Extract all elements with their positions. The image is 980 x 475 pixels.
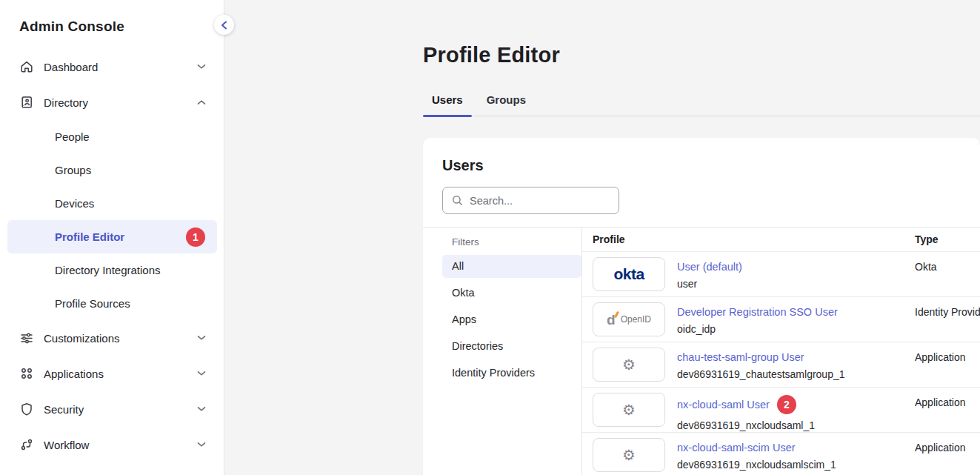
tab-bar: Users Groups <box>423 87 980 116</box>
profile-sublabel: user <box>677 278 915 290</box>
sidebar-item-profile-editor[interactable]: Profile Editor 1 <box>7 220 217 253</box>
tab-users[interactable]: Users <box>423 87 472 116</box>
filter-okta[interactable]: Okta <box>423 279 581 306</box>
sidebar-item-profile-sources[interactable]: Profile Sources <box>0 287 224 320</box>
search-icon <box>452 195 463 206</box>
chevron-down-icon <box>197 371 206 376</box>
sidebar-item-customizations[interactable]: Customizations <box>0 320 224 356</box>
profile-sublabel: dev86931619_chautestsamlgroup_1 <box>677 368 915 380</box>
sidebar-item-security[interactable]: Security <box>0 391 224 427</box>
table-header: Profile Type <box>582 227 980 252</box>
tab-groups[interactable]: Groups <box>478 87 535 116</box>
sidebar-item-directory-integrations[interactable]: Directory Integrations <box>0 253 224 287</box>
chevron-down-icon <box>197 335 206 341</box>
workflow-icon <box>19 437 34 452</box>
sidebar-item-label: Dashboard <box>44 61 98 73</box>
profile-type: Application <box>915 388 980 432</box>
gear-icon: ⚙ <box>593 348 665 382</box>
chevron-down-icon <box>197 442 206 448</box>
profile-type: Application <box>915 342 980 387</box>
sidebar-subitem-label: Profile Sources <box>55 297 130 310</box>
sidebar-item-groups[interactable]: Groups <box>0 153 224 187</box>
table-row: ⚙ nx-cloud-saml-scim User dev86931619_nx… <box>582 433 980 475</box>
profile-sublabel: dev86931619_nxcloudsamlscim_1 <box>677 459 915 471</box>
table-row: dOpenID Developer Registration SSO User … <box>582 297 980 342</box>
users-panel: Users Filters All Okta Apps Directories … <box>423 138 980 475</box>
gear-icon: ⚙ <box>593 393 665 427</box>
column-header-type: Type <box>915 233 980 245</box>
filter-identity-providers[interactable]: Identity Providers <box>423 359 581 386</box>
sidebar-collapse-button[interactable] <box>214 15 234 35</box>
sidebar-item-people[interactable]: People <box>0 120 224 153</box>
profile-type: Application <box>915 433 980 475</box>
annotation-badge-2: 2 <box>777 395 796 414</box>
sidebar-item-dashboard[interactable]: Dashboard <box>0 49 224 84</box>
filter-apps[interactable]: Apps <box>423 306 581 333</box>
profiles-table: Profile Type okta User (default) user Ok… <box>582 227 980 475</box>
sidebar-subitem-label: Profile Editor <box>55 230 124 243</box>
table-row: ⚙ chau-test-saml-group User dev86931619_… <box>582 342 980 388</box>
openid-mark-icon: d <box>607 313 616 327</box>
sidebar-subitem-label: Groups <box>55 164 91 176</box>
sidebar-subitem-label: Directory Integrations <box>55 264 161 276</box>
chevron-left-icon <box>221 21 227 30</box>
search-input[interactable] <box>470 195 611 207</box>
profile-link[interactable]: nx-cloud-saml User <box>677 399 770 411</box>
panel-heading: Users <box>442 157 980 174</box>
sidebar-nav: Dashboard Directory People Groups Device… <box>0 49 224 475</box>
okta-logo: okta <box>593 257 665 291</box>
profile-link[interactable]: Developer Registration SSO User <box>677 306 838 318</box>
chevron-down-icon <box>197 406 206 412</box>
sidebar-item-label: Workflow <box>44 439 89 451</box>
openid-logo: dOpenID <box>593 302 665 336</box>
apps-grid-icon <box>19 366 34 381</box>
id-badge-icon <box>19 95 34 110</box>
annotation-badge-1: 1 <box>186 227 205 247</box>
sliders-icon <box>19 330 34 345</box>
profile-type: Okta <box>915 252 980 296</box>
sidebar-item-applications[interactable]: Applications <box>0 356 224 391</box>
search-box[interactable] <box>442 187 619 214</box>
sidebar-item-label: Customizations <box>44 332 120 345</box>
filter-all[interactable]: All <box>442 255 581 278</box>
profile-sublabel: oidc_idp <box>677 323 915 335</box>
sidebar-item-directory[interactable]: Directory <box>0 84 224 120</box>
home-icon <box>19 59 34 74</box>
profile-link[interactable]: User (default) <box>677 261 742 273</box>
profile-sublabel: dev86931619_nxcloudsaml_1 <box>677 419 915 431</box>
profile-type: Identity Provider <box>915 297 980 342</box>
sidebar-item-workflow[interactable]: Workflow <box>0 427 224 462</box>
table-row: okta User (default) user Okta <box>582 252 980 297</box>
page-title: Profile Editor <box>423 0 980 67</box>
sidebar-item-label: Applications <box>44 368 104 380</box>
shield-icon <box>19 402 34 416</box>
sidebar-item-partial[interactable] <box>0 462 224 475</box>
sidebar-item-label: Directory <box>44 96 88 109</box>
sidebar: Admin Console Dashboard Directory People… <box>0 0 224 475</box>
chevron-down-icon <box>197 64 206 70</box>
filters-label: Filters <box>423 232 581 253</box>
sidebar-item-devices[interactable]: Devices <box>0 187 224 220</box>
chevron-up-icon <box>197 99 206 105</box>
sidebar-item-label: Security <box>44 403 84 416</box>
sidebar-subitem-label: People <box>55 130 90 143</box>
profile-link[interactable]: nx-cloud-saml-scim User <box>677 442 796 454</box>
filter-directories[interactable]: Directories <box>423 333 581 359</box>
app-title: Admin Console <box>19 19 224 35</box>
sidebar-subitem-label: Devices <box>55 197 94 210</box>
profile-link[interactable]: chau-test-saml-group User <box>677 351 804 363</box>
gear-icon: ⚙ <box>593 438 665 472</box>
column-header-profile: Profile <box>593 233 915 245</box>
table-row: ⚙ nx-cloud-saml User2 dev86931619_nxclou… <box>582 388 980 433</box>
filters-panel: Filters All Okta Apps Directories Identi… <box>423 227 582 475</box>
main-content: Profile Editor Users Groups Users Filter… <box>225 0 980 475</box>
